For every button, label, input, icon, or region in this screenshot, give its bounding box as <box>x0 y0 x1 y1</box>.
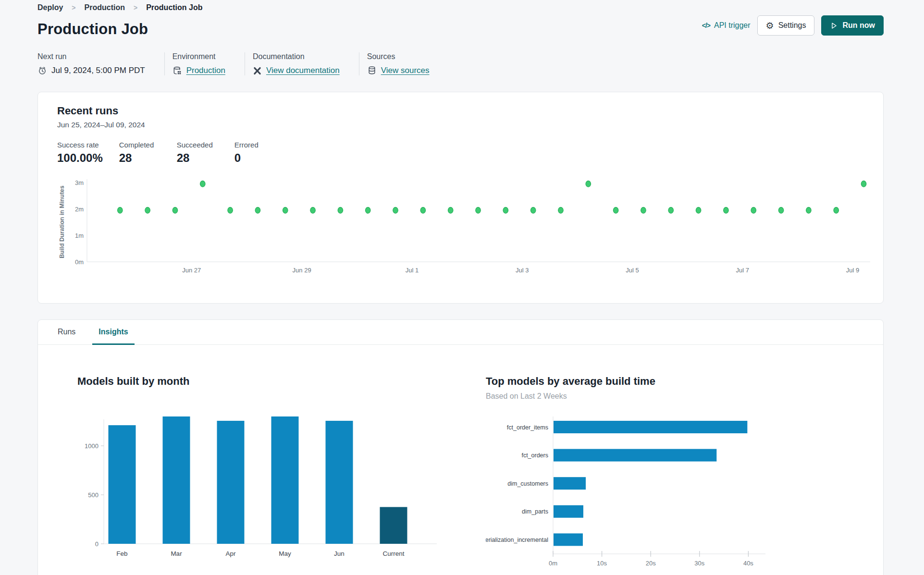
svg-text:0m: 0m <box>75 258 84 266</box>
sources-label: Sources <box>367 52 430 61</box>
insights-content: Models built by month 05001000FebMarAprM… <box>38 345 883 574</box>
api-trigger-label: API trigger <box>714 21 751 30</box>
svg-text:0m: 0m <box>549 560 557 567</box>
recent-runs-card: Recent runs Jun 25, 2024–Jul 09, 2024 Su… <box>37 92 884 304</box>
breadcrumb-deploy[interactable]: Deploy <box>37 3 63 12</box>
meta-environment: Environment Production <box>164 52 245 75</box>
stat-errored: Errored 0 <box>234 141 276 165</box>
environment-label: Environment <box>172 52 225 61</box>
svg-text:dim_parts: dim_parts <box>522 508 548 515</box>
svg-text:Feb: Feb <box>116 550 127 557</box>
hbar-svg: 0m10s20s30s40sfct_order_itemsfct_ordersd… <box>486 413 837 572</box>
svg-text:Mar: Mar <box>171 550 182 557</box>
svg-text:3m: 3m <box>75 179 84 186</box>
top-models-hbar-chart: 0m10s20s30s40sfct_order_itemsfct_ordersd… <box>486 413 837 574</box>
top-models-title: Top models by average build time <box>486 375 837 388</box>
chevron-right-icon: > <box>134 4 137 12</box>
run-now-button[interactable]: Run now <box>821 15 884 36</box>
svg-text:fct_order_items: fct_order_items <box>507 424 548 431</box>
svg-text:May: May <box>279 550 291 557</box>
models-built-title: Models built by month <box>77 375 457 388</box>
svg-text:Apr: Apr <box>225 550 236 557</box>
view-sources-link[interactable]: View sources <box>381 66 430 75</box>
environment-link[interactable]: Production <box>186 66 225 75</box>
svg-text:1000: 1000 <box>85 442 99 450</box>
top-models-subtitle: Based on Last 2 Weeks <box>486 392 837 401</box>
code-icon: </> <box>702 22 710 29</box>
recent-runs-date-range: Jun 25, 2024–Jul 09, 2024 <box>57 121 864 129</box>
next-run-label: Next run <box>37 52 145 61</box>
tab-runs[interactable]: Runs <box>51 320 82 345</box>
recent-runs-stats: Success rate 100.00% Completed 28 Succee… <box>57 141 864 165</box>
dbt-docs-icon <box>253 66 262 75</box>
scatter-svg: Build Duration in Minutes0m1m2m3mJun 27J… <box>57 175 874 280</box>
models-built-bar-chart: 05001000FebMarAprMayJunCurrent <box>77 416 457 568</box>
stat-completed: Completed 28 <box>119 141 160 165</box>
view-documentation-link[interactable]: View documentation <box>266 66 340 75</box>
header-actions: </> API trigger ⚙ Settings Run now <box>702 15 884 36</box>
svg-text:Current: Current <box>382 550 404 557</box>
svg-text:40s: 40s <box>743 560 753 567</box>
svg-text:0: 0 <box>95 540 99 548</box>
svg-text:dim_customers: dim_customers <box>507 480 548 487</box>
stat-success-rate: Success rate 100.00% <box>57 141 103 165</box>
api-trigger-link[interactable]: </> API trigger <box>702 21 751 30</box>
svg-text:20s: 20s <box>646 560 656 567</box>
svg-text:materialization_incremental: materialization_incremental <box>486 537 548 543</box>
tab-row: Runs Insights <box>38 320 883 345</box>
svg-text:fct_orders: fct_orders <box>521 452 548 459</box>
svg-text:Jun 27: Jun 27 <box>182 267 201 274</box>
breadcrumb-production-job: Production Job <box>146 3 202 12</box>
sources-database-icon <box>367 66 377 75</box>
svg-text:Jul 3: Jul 3 <box>516 267 529 274</box>
models-built-block: Models built by month 05001000FebMarAprM… <box>77 345 457 574</box>
job-meta-row: Next run Jul 9, 2024, 5:00 PM PDT Enviro… <box>37 52 884 75</box>
documentation-label: Documentation <box>253 52 340 61</box>
meta-documentation: Documentation View documentation <box>245 52 359 75</box>
environment-database-icon <box>172 66 182 75</box>
breadcrumb-production[interactable]: Production <box>85 3 125 12</box>
play-icon <box>830 22 838 30</box>
gear-icon: ⚙ <box>766 21 774 30</box>
svg-text:Jul 9: Jul 9 <box>846 267 859 274</box>
settings-label: Settings <box>778 21 806 30</box>
svg-text:Jun 29: Jun 29 <box>293 267 311 274</box>
page: Deploy > Production > Production Job Pro… <box>0 0 924 575</box>
svg-text:1m: 1m <box>75 232 84 239</box>
svg-text:30s: 30s <box>694 560 704 567</box>
alarm-clock-icon <box>37 66 47 75</box>
stat-succeeded: Succeeded 28 <box>177 141 218 165</box>
run-now-label: Run now <box>842 21 875 30</box>
svg-text:Jun: Jun <box>334 550 345 557</box>
tab-insights[interactable]: Insights <box>92 320 134 345</box>
chevron-right-icon: > <box>72 4 75 12</box>
svg-text:Jul 5: Jul 5 <box>626 267 639 274</box>
svg-text:Build Duration in Minutes: Build Duration in Minutes <box>59 185 65 258</box>
svg-text:Jul 7: Jul 7 <box>736 267 749 274</box>
breadcrumb: Deploy > Production > Production Job <box>37 0 884 12</box>
top-models-block: Top models by average build time Based o… <box>486 345 837 574</box>
settings-button[interactable]: ⚙ Settings <box>757 15 815 36</box>
insights-card: Runs Insights Models built by month 0500… <box>37 319 884 575</box>
svg-text:10s: 10s <box>597 560 607 567</box>
svg-text:Jul 1: Jul 1 <box>406 267 419 274</box>
svg-text:500: 500 <box>88 491 99 499</box>
meta-sources: Sources View sources <box>359 52 449 75</box>
svg-text:2m: 2m <box>75 206 84 213</box>
build-duration-scatter-chart: Build Duration in Minutes0m1m2m3mJun 27J… <box>57 175 864 282</box>
recent-runs-title: Recent runs <box>57 105 864 117</box>
bar-svg: 05001000FebMarAprMayJunCurrent <box>77 416 452 566</box>
meta-next-run: Next run Jul 9, 2024, 5:00 PM PDT <box>37 52 164 75</box>
next-run-value: Jul 9, 2024, 5:00 PM PDT <box>51 66 145 75</box>
